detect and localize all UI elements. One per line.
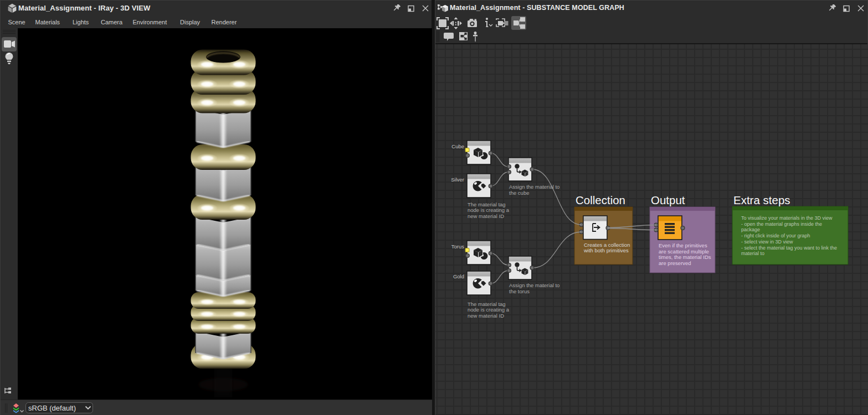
svg-text:To visualize your materials in: To visualize your materials in the 3D vi… bbox=[741, 215, 833, 221]
svg-text:- right click inside of your g: - right click inside of your graph bbox=[741, 233, 810, 238]
svg-text:package: package bbox=[741, 227, 760, 232]
svg-text:Assign the material to: Assign the material to bbox=[509, 184, 559, 190]
svg-text:- select the material tag you: - select the material tag you want to li… bbox=[741, 245, 837, 251]
svg-text:Silver: Silver bbox=[451, 177, 464, 183]
svg-text:material to: material to bbox=[741, 251, 764, 256]
svg-text:times, the material IDs: times, the material IDs bbox=[659, 254, 711, 260]
svg-text:the cube: the cube bbox=[509, 190, 529, 196]
svg-text:Output: Output bbox=[651, 194, 685, 206]
svg-text:Creates a collection: Creates a collection bbox=[584, 242, 630, 248]
svg-text:Even if the primitives: Even if the primitives bbox=[659, 242, 707, 248]
svg-text:- open the material graphs ins: - open the material graphs inside the bbox=[741, 221, 822, 227]
svg-text:node is creating a: node is creating a bbox=[468, 307, 510, 313]
svg-text:are scattered multiple: are scattered multiple bbox=[659, 248, 709, 255]
svg-text:are preserved: are preserved bbox=[659, 260, 691, 266]
svg-text:new material ID: new material ID bbox=[468, 213, 504, 219]
svg-text:The material tag: The material tag bbox=[468, 301, 506, 307]
svg-text:The material tag: The material tag bbox=[468, 201, 506, 208]
svg-text:Extra steps: Extra steps bbox=[733, 194, 790, 206]
svg-text:with both primitives: with both primitives bbox=[583, 247, 629, 253]
svg-text:node is creating a: node is creating a bbox=[468, 207, 510, 213]
svg-text:Torus: Torus bbox=[451, 243, 464, 250]
svg-text:the torus: the torus bbox=[509, 288, 530, 294]
svg-text:Gold: Gold bbox=[453, 273, 464, 279]
svg-text:Cube: Cube bbox=[451, 143, 464, 149]
svg-text:new material ID: new material ID bbox=[468, 313, 504, 319]
svg-text:Assign the material to: Assign the material to bbox=[509, 282, 559, 288]
svg-text:- select view in 3D view: - select view in 3D view bbox=[741, 239, 793, 245]
svg-text:sRGB (default): sRGB (default) bbox=[28, 404, 76, 412]
svg-text:Collection: Collection bbox=[576, 194, 625, 206]
